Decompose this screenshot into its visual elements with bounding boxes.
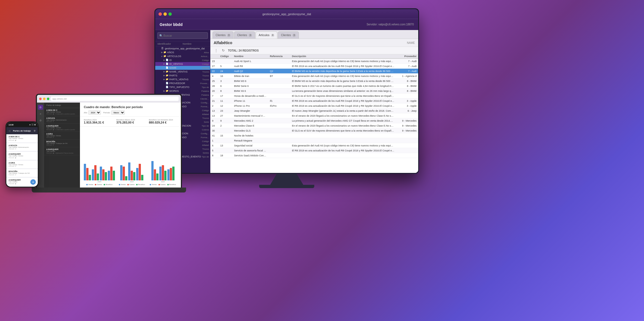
table-row[interactable]: 30Mercedes GLSEl GLS es el SUV de mayore… (210, 128, 418, 133)
phone-back-icon[interactable]: ◁ (9, 130, 10, 132)
tree-item[interactable]: ▶📁PARTSTrozos (155, 74, 210, 77)
table-cell: 15 (219, 134, 232, 138)
legend-label: Gastos (160, 184, 166, 185)
col-name: Nombre (232, 54, 268, 58)
refresh-icon[interactable]: ↻ (221, 48, 226, 53)
table-cell (396, 115, 418, 116)
phone-item-date: FECHA: 0 (9, 165, 36, 167)
year-select[interactable]: 2024 (88, 110, 101, 115)
laptop-nav-settings[interactable]: ⚙ (38, 118, 43, 123)
tab-1[interactable]: Clientes✕ (234, 31, 255, 39)
laptop-sidebar-item[interactable]: A BARQUIER Tipo trabajo: Ventas FECHA: ▶… (44, 124, 80, 132)
table-row[interactable]: 1Renault Megane (210, 138, 418, 143)
laptop-nav-home[interactable]: ⊙ (38, 105, 43, 110)
laptop-minimize[interactable] (43, 98, 45, 100)
table-row[interactable]: 286BMW Serie 6El BMW Serie 6 2017 es un … (210, 84, 418, 89)
laptop-sidebar-item[interactable]: A EIRA Tipo trabajo: Ventas FECHA: 0 (44, 132, 80, 140)
tab-close-button[interactable]: ✕ (293, 34, 296, 37)
table-row[interactable]: 23Audi A6 Sport LEsta generación del Aud… (210, 59, 418, 64)
tabs-bar: Clientes✕Clientes✕Artículos✕Clientes✕ (210, 30, 418, 39)
tree-item[interactable]: ▶📁NAME_VENTASTrozos (155, 70, 210, 74)
table-row[interactable]: 717Horas de desarrollo a medidaEl GLS es… (210, 93, 418, 98)
monitor-frame: gestionpyme_app_gestionpyme_dat Gestor b… (154, 8, 419, 174)
table-cell: 6 (210, 144, 219, 148)
laptop-sidebar-item[interactable]: BOUCIÑA Tipo trabajo: Trabajos de IVA FE… (44, 140, 80, 147)
table-row[interactable]: 4115Noche de hoteles (210, 133, 418, 138)
table-row[interactable]: 275Audi R8El R8 2019 es una actualizació… (210, 64, 418, 69)
phone-list-item[interactable]: BOUCIÑA Tipo trabajo: Trabajos de IVA FE… (6, 169, 38, 177)
minimize-button[interactable] (163, 12, 167, 16)
laptop-address[interactable]: app.velveo.net (51, 97, 179, 101)
table-cell (396, 145, 418, 146)
period-select[interactable]: Marzo (111, 110, 125, 115)
table-cell: El R8 2019 es una actualización de los A… (290, 104, 396, 108)
tree-item[interactable]: 📄TIPO_IMPUESTOTipo de (155, 85, 210, 89)
phone-list-item[interactable]: A EIRA Tipo trabajo: Ventas FECHA: 0 (6, 160, 38, 169)
table-cell: 2 (210, 104, 219, 108)
laptop-nav-list[interactable]: ≡ (38, 111, 43, 116)
table-cell: 6 - Jeep (396, 109, 418, 113)
laptop-maximize[interactable] (47, 98, 49, 100)
tab-0[interactable]: Clientes✕ (213, 31, 234, 39)
table-row[interactable]: 613Seguridad socialEsta generación del A… (210, 143, 418, 148)
table-row[interactable]: 1323Jeep WranglerEl nuevo Jeep Wrangler … (210, 108, 418, 113)
phone-fab[interactable]: + (30, 179, 36, 185)
laptop-close[interactable] (39, 98, 42, 100)
table-cell (268, 110, 290, 111)
table-row[interactable]: 208BMW X6 6La tercera generación tiene u… (210, 89, 418, 93)
table-row[interactable]: 99Mercedes AMG 2La primera y actual gene… (210, 118, 418, 123)
phone-item-date: FECHA: ▶ (9, 139, 36, 141)
laptop-sidebar-item[interactable]: A BOUZA Tipo trabajo: Administración FEC… (44, 116, 80, 124)
table-row[interactable]: 2224Audi Q2Q2El BMW M3 es la versión más… (210, 69, 418, 74)
table-row[interactable]: 5Servicio de asesoría fiscal y laboralEl… (210, 148, 418, 153)
table-row[interactable]: 212iPhone 11 ProIf1ProEl R8 2019 es una … (210, 103, 418, 108)
tab-close-button[interactable]: ✕ (271, 34, 274, 37)
tree-item[interactable]: ▼📁ARTÍCULOSArtícul... (155, 54, 210, 58)
close-button[interactable] (159, 12, 162, 16)
table-row[interactable]: 242Mercedes Clase EEn el verano de 2020 … (210, 123, 418, 128)
table-row[interactable]: 1327Mantenimiento mensual VERP 27En el v… (210, 113, 418, 118)
tree-item-value: Trozos (202, 148, 209, 150)
tree-item[interactable]: ▶📁WORDSPalabra (155, 89, 210, 93)
laptop-main-panel: Cuadro de mando: Beneficio por período A… (80, 103, 181, 188)
table-cell (268, 135, 290, 136)
table-cell: Noche de hoteles (232, 134, 268, 138)
laptop-main-header: Cuadro de mando: Beneficio por período A… (80, 103, 181, 117)
table-cell (268, 145, 290, 146)
table-row[interactable]: 416Billete de tranBTEsta generación del … (210, 74, 418, 79)
table-cell: 22 (210, 69, 219, 73)
laptop-sidebar-item[interactable]: A BARQUIER Tipo trabajo: FECHA: ▶ • Apli… (44, 147, 80, 155)
tab-close-button[interactable]: ✕ (227, 34, 230, 37)
tree-item[interactable]: ▶📁PARTS_VENTASTrozos (155, 77, 210, 81)
phone-list-item[interactable]: A BARQUIER Tipo trabajo: Ventas FECHA: ▶ (6, 152, 38, 160)
tab-3[interactable]: Clientes✕ (278, 31, 299, 39)
bar-beneficio (105, 172, 107, 180)
table-cell (268, 61, 290, 62)
more-options-icon[interactable]: ⋮ (214, 48, 219, 53)
tree-item[interactable]: 📄PROVEEDORProvee... (155, 81, 210, 85)
phone-list-item[interactable]: A BOUZA Tipo trabajo: Administración FEC… (6, 143, 38, 151)
search-input[interactable] (157, 32, 208, 39)
tree-item[interactable]: ▶📄ID_VENTASCódigo (155, 62, 210, 66)
maximize-button[interactable] (168, 12, 172, 16)
app-main-row: Identificador Nombre 🗄gestionpyme_app_ge… (155, 30, 418, 173)
legend-dot (127, 184, 129, 185)
table-row[interactable]: 818Servicio SaaS.Módulo Contabilidad 27 (210, 153, 418, 158)
table-row[interactable]: 2111iPhone 11if1El R8 2019 es una actual… (210, 98, 418, 103)
table-row[interactable]: 253BMW M3 6El BMW M3 es la versión más d… (210, 79, 418, 84)
legend-item: Beneficio (167, 184, 176, 185)
phone-list-item[interactable]: A BEN DE C Tipo trabajo: Ventas FECHA: ▶ (6, 134, 38, 143)
tree-item[interactable]: 🗄gestionpyme_app_gestionpyme_dat (155, 47, 210, 50)
tree-item[interactable]: 📄NAMEAlfabet (155, 66, 210, 70)
table-cell: Renault Megane (232, 139, 268, 143)
tab-2[interactable]: Artículos✕ (256, 31, 277, 39)
phone-item-date: FECHA: ▶ (9, 157, 36, 159)
tree-item[interactable]: ▶📄IDCódigo (155, 58, 210, 62)
table-cell: 9 (219, 119, 232, 123)
tree-item[interactable]: ▶📁AÑOSAños (155, 50, 210, 54)
laptop-sidebar-item[interactable]: A BEN DE C Tipo trabajo: Ventas FECHA: ▶… (44, 108, 80, 116)
tree-item-label: TIPO_IMPUESTO (169, 86, 202, 89)
phone-settings-icon[interactable]: ⚙ (34, 130, 36, 132)
tab-close-button[interactable]: ✕ (249, 34, 252, 37)
chart-bar-group (108, 167, 115, 180)
